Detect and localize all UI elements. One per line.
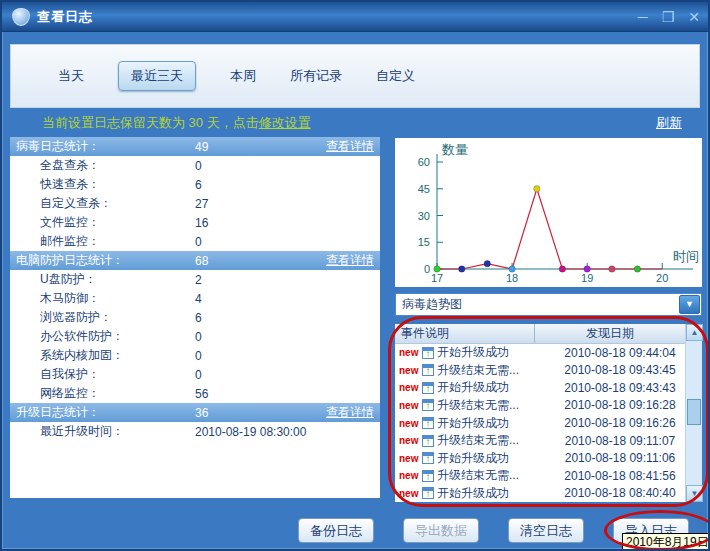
new-badge: new <box>399 488 422 499</box>
tab-last-three-days[interactable]: 最近三天 <box>118 61 196 91</box>
event-table-header: 事件说明 发现日期 <box>395 324 685 344</box>
stat-row: 自定义查杀：27 <box>10 194 380 213</box>
svg-text:45: 45 <box>418 183 430 195</box>
table-row[interactable]: new↑开始升级成功2010-08-18 09:16:26 <box>395 414 685 432</box>
table-row[interactable]: new↑开始升级成功2010-08-18 09:43:43 <box>395 379 685 397</box>
refresh-link[interactable]: 刷新 <box>656 114 682 132</box>
stat-row: 办公软件防护：0 <box>10 327 380 346</box>
svg-text:60: 60 <box>418 156 430 168</box>
maximize-icon[interactable]: ❒ <box>662 10 675 24</box>
new-badge: new <box>399 382 422 393</box>
table-row[interactable]: new↑开始升级成功2010-08-18 09:44:04 <box>395 344 685 362</box>
stat-row: 自我保护：0 <box>10 365 380 384</box>
new-badge: new <box>399 435 422 446</box>
upgrade-icon: ↑ <box>422 487 434 499</box>
minimize-icon[interactable]: ─ <box>638 10 648 24</box>
table-row[interactable]: new↑升级结束无需...2010-08-18 09:43:45 <box>395 362 685 380</box>
stat-row: U盘防护：2 <box>10 270 380 289</box>
new-badge: new <box>399 347 422 358</box>
tab-this-week[interactable]: 本周 <box>230 67 256 85</box>
stat-row: 最近升级时间：2010-08-19 08:30:00 <box>10 422 380 441</box>
svg-text:20: 20 <box>656 272 668 284</box>
stat-row: 全盘查杀：0 <box>10 156 380 175</box>
scrollbar-thumb[interactable] <box>687 399 701 425</box>
new-badge: new <box>399 470 422 481</box>
stats-panel: 病毒日志统计： 49 查看详情 全盘查杀：0 快速查杀：6 自定义查杀：27 文… <box>10 137 380 498</box>
upgrade-icon: ↑ <box>422 417 434 429</box>
virus-log-section-header: 病毒日志统计： 49 查看详情 <box>10 137 380 156</box>
trend-type-value: 病毒趋势图 <box>396 296 679 313</box>
upgrade-icon: ↑ <box>422 382 434 394</box>
view-details-link[interactable]: 查看详情 <box>326 252 374 269</box>
chevron-down-icon[interactable]: ▼ <box>679 295 700 314</box>
section-title: 升级日志统计： <box>16 404 195 421</box>
view-details-link[interactable]: 查看详情 <box>326 404 374 421</box>
backup-log-button[interactable]: 备份日志 <box>298 518 374 543</box>
svg-text:18: 18 <box>506 272 518 284</box>
tab-today[interactable]: 当天 <box>58 67 84 85</box>
event-table: 事件说明 发现日期 new↑开始升级成功2010-08-18 09:44:04 … <box>395 324 702 502</box>
new-badge: new <box>399 400 422 411</box>
svg-text:30: 30 <box>418 210 430 222</box>
upgrade-icon: ↑ <box>422 399 434 411</box>
stat-row: 快速查杀：6 <box>10 175 380 194</box>
table-row[interactable]: new↑升级结束无需...2010-08-18 09:16:28 <box>395 397 685 415</box>
upgrade-icon: ↑ <box>422 435 434 447</box>
upgrade-icon: ↑ <box>422 452 434 464</box>
date-tooltip: 2010年8月19日 <box>622 533 710 551</box>
new-badge: new <box>399 365 422 376</box>
protection-log-section-header: 电脑防护日志统计： 68 查看详情 <box>10 251 380 270</box>
scroll-down-icon[interactable]: ▼ <box>686 485 703 502</box>
stat-row: 文件监控：16 <box>10 213 380 232</box>
retention-notice: 当前设置日志保留天数为 30 天，点击修改设置 <box>42 114 311 132</box>
section-title: 电脑防护日志统计： <box>16 252 195 269</box>
stat-row: 系统内核加固：0 <box>10 346 380 365</box>
tab-custom[interactable]: 自定义 <box>376 67 415 85</box>
upgrade-icon: ↑ <box>422 470 434 482</box>
retention-notice-text: 当前设置日志保留天数为 30 天，点击 <box>42 115 259 130</box>
table-row[interactable]: new↑开始升级成功2010-08-18 08:40:40 <box>395 485 685 503</box>
export-data-button[interactable]: 导出数据 <box>403 518 479 543</box>
svg-text:15: 15 <box>418 236 430 248</box>
view-details-link[interactable]: 查看详情 <box>326 138 374 155</box>
stat-row: 网络监控：56 <box>10 384 380 403</box>
vertical-scrollbar[interactable]: ▲ ▼ <box>685 324 702 502</box>
clear-log-button[interactable]: 清空日志 <box>508 518 584 543</box>
virus-trend-chart: 01530456017181920数量时间 <box>395 138 702 287</box>
stat-row: 木马防御：4 <box>10 289 380 308</box>
table-row[interactable]: new↑升级结束无需...2010-08-18 09:11:07 <box>395 432 685 450</box>
upgrade-icon: ↑ <box>422 364 434 376</box>
section-total: 68 <box>195 254 326 268</box>
table-row[interactable]: new↑开始升级成功2010-08-18 09:11:06 <box>395 449 685 467</box>
svg-text:19: 19 <box>581 272 593 284</box>
svg-text:0: 0 <box>424 263 430 275</box>
scroll-up-icon[interactable]: ▲ <box>686 324 703 341</box>
column-header-event[interactable]: 事件说明 <box>395 324 535 343</box>
close-icon[interactable]: ✕ <box>688 10 700 24</box>
section-total: 36 <box>195 406 326 420</box>
stat-row: 邮件监控：0 <box>10 232 380 251</box>
upgrade-icon: ↑ <box>422 347 434 359</box>
event-table-body: new↑开始升级成功2010-08-18 09:44:04 new↑升级结束无需… <box>395 344 685 502</box>
new-badge: new <box>399 418 422 429</box>
title-bar: 查看日志 ─ ❒ ✕ <box>2 2 708 32</box>
svg-text:数量: 数量 <box>441 142 468 157</box>
stat-row: 浏览器防护：6 <box>10 308 380 327</box>
tab-all-records[interactable]: 所有记录 <box>290 67 342 85</box>
tab-strip: 当天 最近三天 本周 所有记录 自定义 <box>10 44 700 108</box>
new-badge: new <box>399 453 422 464</box>
table-row[interactable]: new↑升级结束无需...2010-08-18 08:41:56 <box>395 467 685 485</box>
upgrade-log-section-header: 升级日志统计： 36 查看详情 <box>10 403 380 422</box>
section-title: 病毒日志统计： <box>16 138 195 155</box>
window-title: 查看日志 <box>37 8 93 26</box>
modify-settings-link[interactable]: 修改设置 <box>259 115 311 130</box>
trend-line-chart: 01530456017181920数量时间 <box>395 138 702 287</box>
log-viewer-window: 查看日志 ─ ❒ ✕ 当天 最近三天 本周 所有记录 自定义 当前设置日志保留天… <box>0 0 710 551</box>
app-shield-icon <box>12 8 30 26</box>
svg-text:17: 17 <box>431 272 443 284</box>
trend-type-select[interactable]: 病毒趋势图 ▼ <box>395 293 702 316</box>
svg-text:时间: 时间 <box>673 249 699 264</box>
section-total: 49 <box>195 140 326 154</box>
column-header-date[interactable]: 发现日期 <box>535 325 685 342</box>
